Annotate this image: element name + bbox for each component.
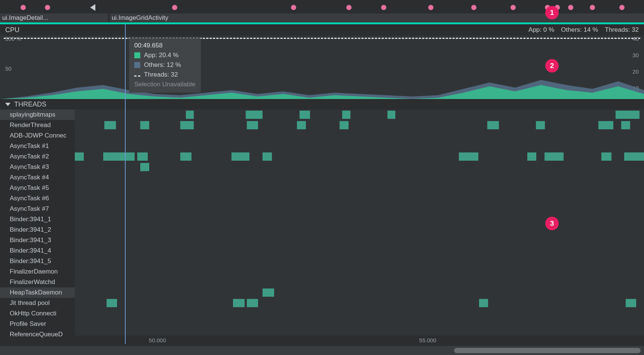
thread-row[interactable] — [75, 183, 644, 193]
thread-activity-block[interactable] — [186, 111, 194, 119]
event-dot-icon[interactable] — [45, 5, 50, 10]
thread-activity-block[interactable] — [624, 152, 644, 161]
thread-activity-block[interactable] — [632, 111, 640, 119]
thread-activity-block[interactable] — [598, 121, 613, 129]
thread-row[interactable] — [75, 120, 644, 130]
thread-label[interactable]: Binder:3941_1 — [0, 214, 75, 225]
thread-activity-block[interactable] — [246, 111, 263, 119]
event-dot-icon[interactable] — [291, 5, 296, 10]
thread-activity-block[interactable] — [479, 299, 488, 307]
event-dot-icon[interactable] — [346, 5, 352, 10]
thread-label[interactable]: FinalizerWatchd — [0, 277, 75, 287]
thread-activity-block[interactable] — [342, 111, 350, 119]
thread-label[interactable]: AsyncTask #5 — [0, 183, 75, 193]
event-dot-icon[interactable] — [381, 5, 386, 10]
thread-label[interactable]: Binder:3941_2 — [0, 225, 75, 235]
thread-activity-block[interactable] — [527, 152, 536, 161]
thread-activity-block[interactable] — [300, 111, 310, 119]
thread-row[interactable] — [75, 204, 644, 214]
thread-row[interactable] — [75, 308, 644, 319]
thread-activity-block[interactable] — [536, 121, 545, 129]
thread-row[interactable] — [75, 277, 644, 287]
tooltip-time: 00:49.658 — [134, 42, 196, 49]
thread-activity-block[interactable] — [340, 121, 349, 129]
threads-header[interactable]: THREADS — [0, 99, 644, 109]
back-icon — [90, 4, 95, 11]
thread-activity-block[interactable] — [140, 163, 149, 171]
cpu-app-stat: App: 0 % — [528, 26, 554, 34]
thread-activity-block[interactable] — [621, 121, 630, 129]
thread-activity-canvas[interactable] — [75, 109, 644, 341]
thread-label[interactable]: OkHttp Connecti — [0, 308, 75, 319]
disclosure-triangle-icon[interactable] — [5, 103, 10, 106]
thread-label[interactable]: Binder:3941_3 — [0, 235, 75, 246]
thread-activity-block[interactable] — [231, 152, 250, 161]
thread-row[interactable] — [75, 151, 644, 162]
thread-activity-block[interactable] — [75, 152, 84, 161]
thread-label[interactable]: Jit thread pool — [0, 298, 75, 308]
thread-row[interactable] — [75, 172, 644, 183]
thread-label[interactable]: splayingbitmaps — [0, 109, 75, 120]
thread-activity-block[interactable] — [487, 121, 499, 129]
thread-row[interactable] — [75, 235, 644, 246]
thread-label[interactable]: AsyncTask #3 — [0, 162, 75, 172]
thread-activity-block[interactable] — [387, 111, 395, 119]
thread-label[interactable]: HeapTaskDaemon — [0, 287, 75, 298]
thread-label[interactable]: Profile Saver — [0, 319, 75, 329]
thread-activity-block[interactable] — [626, 299, 636, 307]
activity-segment[interactable]: ui.ImageDetail... — [0, 13, 108, 22]
event-dot-icon[interactable] — [619, 5, 625, 10]
event-dot-icon[interactable] — [21, 5, 26, 10]
thread-row[interactable] — [75, 193, 644, 204]
thread-activity-block[interactable] — [233, 299, 244, 307]
thread-activity-block[interactable] — [263, 152, 272, 161]
thread-label[interactable]: AsyncTask #7 — [0, 204, 75, 214]
activity-segment[interactable]: ui.ImageGridActivity — [110, 13, 644, 22]
thread-row[interactable] — [75, 109, 644, 120]
thread-activity-block[interactable] — [103, 152, 135, 161]
thread-activity-block[interactable] — [137, 152, 147, 161]
thread-activity-block[interactable] — [180, 121, 194, 129]
thread-activity-block[interactable] — [601, 152, 611, 161]
time-cursor[interactable] — [125, 24, 126, 344]
thread-activity-block[interactable] — [545, 152, 564, 161]
thread-activity-block[interactable] — [297, 121, 306, 129]
thread-label[interactable]: AsyncTask #4 — [0, 172, 75, 183]
thread-label[interactable]: AsyncTask #6 — [0, 193, 75, 204]
thread-label[interactable]: AsyncTask #1 — [0, 141, 75, 151]
thread-label[interactable]: ReferenceQueueD — [0, 329, 75, 340]
thread-label[interactable]: Binder:3941_5 — [0, 256, 75, 266]
thread-row[interactable] — [75, 246, 644, 256]
thread-label[interactable]: RenderThread — [0, 120, 75, 130]
event-dot-icon[interactable] — [172, 5, 177, 10]
event-dot-icon[interactable] — [568, 5, 573, 10]
thread-activity-block[interactable] — [140, 121, 149, 129]
thread-row[interactable] — [75, 141, 644, 151]
thread-label[interactable]: ADB-JDWP Connec — [0, 130, 75, 141]
thread-row[interactable] — [75, 287, 644, 298]
thread-activity-block[interactable] — [247, 121, 258, 129]
tooltip-footer: Selection Unavailable — [134, 81, 196, 88]
event-dot-icon[interactable] — [471, 5, 476, 10]
thread-row[interactable] — [75, 162, 644, 172]
thread-row[interactable] — [75, 130, 644, 141]
event-dot-icon[interactable] — [428, 5, 433, 10]
horizontal-scrollbar[interactable] — [0, 346, 644, 355]
thread-activity-block[interactable] — [180, 152, 191, 161]
event-dot-icon[interactable] — [510, 5, 516, 10]
scrollbar-thumb[interactable] — [454, 348, 641, 353]
thread-activity-block[interactable] — [247, 299, 258, 307]
thread-row[interactable] — [75, 266, 644, 277]
thread-row[interactable] — [75, 298, 644, 308]
thread-activity-block[interactable] — [107, 299, 117, 307]
thread-row[interactable] — [75, 225, 644, 235]
thread-label[interactable]: AsyncTask #2 — [0, 151, 75, 162]
thread-activity-block[interactable] — [263, 288, 274, 297]
thread-label[interactable]: FinalizerDaemon — [0, 266, 75, 277]
thread-activity-block[interactable] — [459, 152, 478, 161]
thread-activity-block[interactable] — [104, 121, 116, 129]
thread-label[interactable]: Binder:3941_4 — [0, 246, 75, 256]
event-dot-icon[interactable] — [590, 5, 595, 10]
thread-row[interactable] — [75, 256, 644, 266]
thread-row[interactable] — [75, 319, 644, 329]
